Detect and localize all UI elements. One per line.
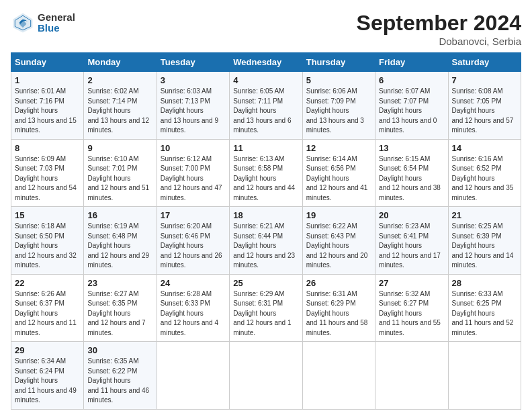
col-friday: Friday (375, 53, 448, 72)
logo-icon (11, 11, 35, 35)
day-info: Sunrise: 6:28 AMSunset: 6:33 PMDaylight … (161, 290, 218, 336)
logo-blue-text: Blue (38, 23, 75, 34)
calendar-week-row: 15 Sunrise: 6:18 AMSunset: 6:50 PMDaylig… (11, 207, 521, 275)
calendar-week-row: 22 Sunrise: 6:26 AMSunset: 6:37 PMDaylig… (11, 274, 521, 342)
calendar-cell: 16 Sunrise: 6:19 AMSunset: 6:48 PMDaylig… (84, 207, 157, 275)
calendar-cell: 9 Sunrise: 6:10 AMSunset: 7:01 PMDayligh… (84, 139, 157, 207)
day-info: Sunrise: 6:07 AMSunset: 7:07 PMDaylight … (379, 87, 437, 134)
day-number: 23 (87, 278, 152, 288)
day-info: Sunrise: 6:16 AMSunset: 6:52 PMDaylight … (452, 155, 514, 201)
month-title: September 2024 (357, 11, 521, 36)
day-info: Sunrise: 6:35 AMSunset: 6:22 PMDaylight … (87, 357, 149, 404)
day-number: 30 (87, 345, 152, 355)
col-sunday: Sunday (11, 53, 84, 72)
calendar-cell: 18 Sunrise: 6:21 AMSunset: 6:44 PMDaylig… (230, 207, 302, 275)
day-number: 20 (379, 210, 444, 220)
calendar-cell: 29 Sunrise: 6:34 AMSunset: 6:24 PMDaylig… (11, 342, 84, 410)
day-info: Sunrise: 6:26 AMSunset: 6:37 PMDaylight … (15, 290, 77, 336)
calendar-cell: 7 Sunrise: 6:08 AMSunset: 7:05 PMDayligh… (448, 72, 521, 140)
calendar-cell: 21 Sunrise: 6:25 AMSunset: 6:39 PMDaylig… (448, 207, 521, 275)
day-info: Sunrise: 6:02 AMSunset: 7:14 PMDaylight … (87, 87, 149, 134)
day-info: Sunrise: 6:32 AMSunset: 6:27 PMDaylight … (379, 290, 441, 336)
day-number: 8 (15, 143, 80, 153)
day-number: 15 (15, 210, 80, 220)
logo-general-text: General (38, 12, 75, 24)
logo-text: General Blue (38, 12, 75, 34)
calendar-cell: 1 Sunrise: 6:01 AMSunset: 7:16 PMDayligh… (11, 72, 84, 140)
title-block: September 2024 Dobanovci, Serbia (357, 11, 521, 47)
day-info: Sunrise: 6:22 AMSunset: 6:43 PMDaylight … (306, 222, 368, 269)
day-number: 21 (452, 210, 517, 220)
day-info: Sunrise: 6:01 AMSunset: 7:16 PMDaylight … (15, 87, 77, 134)
calendar-cell: 8 Sunrise: 6:09 AMSunset: 7:03 PMDayligh… (11, 139, 84, 207)
day-number: 18 (233, 210, 298, 220)
day-info: Sunrise: 6:09 AMSunset: 7:03 PMDaylight … (15, 155, 77, 201)
calendar-cell: 15 Sunrise: 6:18 AMSunset: 6:50 PMDaylig… (11, 207, 84, 275)
day-number: 11 (233, 143, 298, 153)
calendar-table: Sunday Monday Tuesday Wednesday Thursday… (11, 52, 521, 410)
day-info: Sunrise: 6:12 AMSunset: 7:00 PMDaylight … (161, 155, 222, 201)
day-number: 2 (87, 75, 152, 85)
calendar-header-row: Sunday Monday Tuesday Wednesday Thursday… (11, 53, 521, 72)
day-number: 25 (233, 278, 298, 288)
day-info: Sunrise: 6:13 AMSunset: 6:58 PMDaylight … (233, 155, 295, 201)
day-info: Sunrise: 6:08 AMSunset: 7:05 PMDaylight … (452, 87, 514, 134)
calendar-cell: 30 Sunrise: 6:35 AMSunset: 6:22 PMDaylig… (84, 342, 157, 410)
calendar-cell: 3 Sunrise: 6:03 AMSunset: 7:13 PMDayligh… (157, 72, 229, 140)
day-info: Sunrise: 6:19 AMSunset: 6:48 PMDaylight … (87, 222, 149, 269)
calendar-cell (157, 342, 229, 410)
day-info: Sunrise: 6:10 AMSunset: 7:01 PMDaylight … (87, 155, 149, 201)
calendar-cell: 24 Sunrise: 6:28 AMSunset: 6:33 PMDaylig… (157, 274, 229, 342)
day-number: 10 (161, 143, 226, 153)
day-number: 5 (306, 75, 371, 85)
day-info: Sunrise: 6:05 AMSunset: 7:11 PMDaylight … (233, 87, 291, 134)
day-number: 28 (452, 278, 517, 288)
calendar-cell: 13 Sunrise: 6:15 AMSunset: 6:54 PMDaylig… (375, 139, 448, 207)
col-monday: Monday (84, 53, 157, 72)
calendar-cell: 17 Sunrise: 6:20 AMSunset: 6:46 PMDaylig… (157, 207, 229, 275)
calendar-cell (448, 342, 521, 410)
day-number: 24 (161, 278, 226, 288)
day-number: 29 (15, 345, 80, 355)
calendar-cell: 20 Sunrise: 6:23 AMSunset: 6:41 PMDaylig… (375, 207, 448, 275)
day-info: Sunrise: 6:20 AMSunset: 6:46 PMDaylight … (161, 222, 222, 269)
col-thursday: Thursday (302, 53, 375, 72)
calendar-week-row: 1 Sunrise: 6:01 AMSunset: 7:16 PMDayligh… (11, 72, 521, 140)
calendar-cell: 10 Sunrise: 6:12 AMSunset: 7:00 PMDaylig… (157, 139, 229, 207)
day-number: 27 (379, 278, 444, 288)
calendar-cell: 14 Sunrise: 6:16 AMSunset: 6:52 PMDaylig… (448, 139, 521, 207)
calendar-week-row: 8 Sunrise: 6:09 AMSunset: 7:03 PMDayligh… (11, 139, 521, 207)
col-wednesday: Wednesday (230, 53, 302, 72)
day-info: Sunrise: 6:25 AMSunset: 6:39 PMDaylight … (452, 222, 514, 269)
col-saturday: Saturday (448, 53, 521, 72)
col-tuesday: Tuesday (157, 53, 229, 72)
day-number: 3 (161, 75, 226, 85)
day-info: Sunrise: 6:03 AMSunset: 7:13 PMDaylight … (161, 87, 218, 134)
calendar-cell (230, 342, 302, 410)
day-number: 7 (452, 75, 517, 85)
calendar-week-row: 29 Sunrise: 6:34 AMSunset: 6:24 PMDaylig… (11, 342, 521, 410)
day-info: Sunrise: 6:27 AMSunset: 6:35 PMDaylight … (87, 290, 145, 336)
calendar-cell: 28 Sunrise: 6:33 AMSunset: 6:25 PMDaylig… (448, 274, 521, 342)
calendar-cell (302, 342, 375, 410)
calendar-cell: 25 Sunrise: 6:29 AMSunset: 6:31 PMDaylig… (230, 274, 302, 342)
day-number: 22 (15, 278, 80, 288)
day-number: 9 (87, 143, 152, 153)
calendar-cell: 11 Sunrise: 6:13 AMSunset: 6:58 PMDaylig… (230, 139, 302, 207)
page-header: General Blue September 2024 Dobanovci, S… (11, 11, 521, 47)
day-number: 1 (15, 75, 80, 85)
calendar-cell: 12 Sunrise: 6:14 AMSunset: 6:56 PMDaylig… (302, 139, 375, 207)
calendar-cell: 5 Sunrise: 6:06 AMSunset: 7:09 PMDayligh… (302, 72, 375, 140)
calendar-cell: 22 Sunrise: 6:26 AMSunset: 6:37 PMDaylig… (11, 274, 84, 342)
calendar-cell: 19 Sunrise: 6:22 AMSunset: 6:43 PMDaylig… (302, 207, 375, 275)
calendar-cell: 2 Sunrise: 6:02 AMSunset: 7:14 PMDayligh… (84, 72, 157, 140)
day-number: 17 (161, 210, 226, 220)
day-info: Sunrise: 6:23 AMSunset: 6:41 PMDaylight … (379, 222, 441, 269)
calendar-cell: 23 Sunrise: 6:27 AMSunset: 6:35 PMDaylig… (84, 274, 157, 342)
calendar-cell (375, 342, 448, 410)
day-number: 4 (233, 75, 298, 85)
day-number: 6 (379, 75, 444, 85)
location-subtitle: Dobanovci, Serbia (357, 36, 521, 47)
day-info: Sunrise: 6:29 AMSunset: 6:31 PMDaylight … (233, 290, 291, 336)
day-info: Sunrise: 6:15 AMSunset: 6:54 PMDaylight … (379, 155, 441, 201)
